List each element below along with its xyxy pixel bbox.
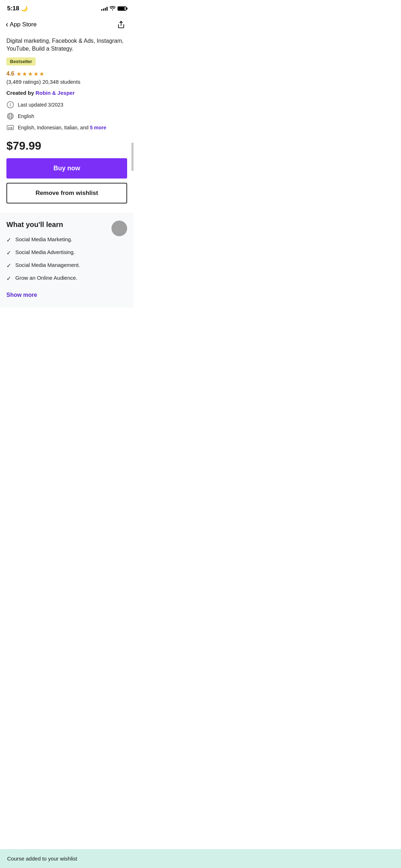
star-2: ★ [22, 71, 27, 77]
nav-bar: ‹ App Store [0, 15, 134, 34]
remove-from-wishlist-button[interactable]: Remove from wishlist [6, 183, 127, 203]
last-updated-text: Last updated 3/2023 [18, 102, 63, 108]
rating-number: 4.6 [6, 71, 14, 77]
learn-item: ✓ Social Media Marketing. [6, 236, 127, 243]
check-icon-2: ✓ [6, 249, 11, 256]
svg-rect-9 [10, 127, 12, 128]
svg-rect-7 [8, 127, 10, 128]
share-button[interactable] [114, 18, 128, 31]
alert-icon [6, 101, 14, 109]
circle-decoration [111, 221, 127, 236]
share-icon [117, 21, 125, 29]
learn-item-text-1: Social Media Marketing. [15, 236, 72, 242]
learn-item: ✓ Social Media Advertising. [6, 249, 127, 256]
svg-rect-10 [10, 128, 12, 129]
language-row: English [6, 112, 127, 120]
language-text: English [18, 113, 34, 119]
rating-row: 4.6 ★ ★ ★ ★ ★ [6, 71, 127, 77]
bestseller-badge: Bestseller [6, 57, 36, 66]
ratings-count: (3,489 ratings) 20,348 students [6, 79, 127, 85]
learn-item-text-3: Social Media Management. [15, 262, 80, 268]
star-1: ★ [16, 71, 21, 77]
info-rows: Last updated 3/2023 English [6, 101, 127, 131]
status-icons [101, 6, 126, 11]
star-rating: ★ ★ ★ ★ ★ [16, 71, 44, 77]
battery-icon [118, 6, 126, 11]
time-display: 5:18 [7, 5, 19, 12]
buy-now-button[interactable]: Buy now [6, 158, 127, 179]
globe-icon [6, 112, 14, 120]
signal-icon [101, 6, 108, 11]
learn-item: ✓ Grow an Online Audience. [6, 275, 127, 282]
status-bar: 5:18 🌙 [0, 0, 134, 15]
check-icon-3: ✓ [6, 262, 11, 269]
captions-text: English, Indonesian, Italian, and 5 more [18, 125, 106, 130]
scroll-indicator [131, 143, 134, 171]
price-section: $79.99 Buy now Remove from wishlist [0, 138, 134, 209]
learn-item-text-4: Grow an Online Audience. [15, 275, 77, 281]
status-time: 5:18 🌙 [7, 5, 28, 12]
back-arrow-icon: ‹ [6, 21, 8, 29]
captions-icon [6, 124, 14, 131]
wifi-icon [110, 6, 115, 11]
captions-row: English, Indonesian, Italian, and 5 more [6, 124, 127, 131]
last-updated-row: Last updated 3/2023 [6, 101, 127, 109]
back-label: App Store [10, 21, 37, 28]
learn-section-wrapper: What you'll learn ✓ Social Media Marketi… [0, 213, 134, 308]
moon-icon: 🌙 [21, 5, 28, 12]
show-more-button[interactable]: Show more [6, 289, 37, 301]
star-3: ★ [28, 71, 33, 77]
course-title-section: Digital marketing, Facebook & Ads, Insta… [0, 34, 134, 131]
check-icon-4: ✓ [6, 275, 11, 282]
learn-item-text-2: Social Media Advertising. [15, 249, 75, 255]
learn-section: What you'll learn ✓ Social Media Marketi… [0, 213, 134, 308]
star-5-half: ★ [39, 71, 44, 77]
star-4: ★ [33, 71, 38, 77]
learn-item: ✓ Social Media Management. [6, 262, 127, 269]
created-by-row: Created by Robin & Jesper [6, 90, 127, 96]
author-link[interactable]: Robin & Jesper [36, 90, 75, 96]
learn-items-list: ✓ Social Media Marketing. ✓ Social Media… [6, 236, 127, 282]
course-title: Digital marketing, Facebook & Ads, Insta… [6, 37, 127, 53]
learn-section-title: What you'll learn [6, 221, 63, 229]
check-icon-1: ✓ [6, 237, 11, 243]
back-button[interactable]: ‹ App Store [6, 21, 37, 29]
captions-more-link[interactable]: 5 more [90, 125, 106, 130]
price-display: $79.99 [6, 139, 127, 153]
svg-rect-8 [8, 128, 10, 129]
